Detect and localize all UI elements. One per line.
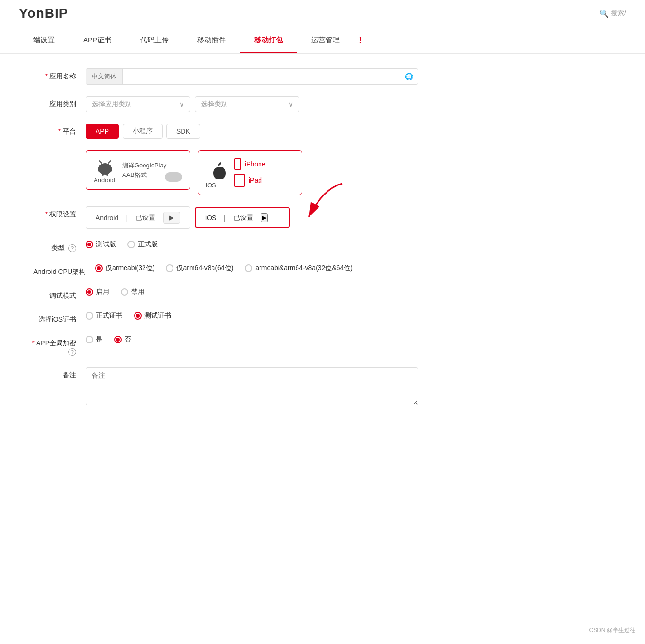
- cpu-radio-64bit-label: 仅arm64-v8a(64位): [176, 264, 233, 273]
- encrypt-radio-no-label: 否: [125, 335, 131, 344]
- cpu-radio-both[interactable]: armeabi&arm64-v8a(32位&64位): [245, 264, 353, 273]
- permission-label: 权限设置: [29, 206, 86, 219]
- ipad-icon: [234, 174, 245, 187]
- android-permission-box: Android | 已设置 ▶: [86, 206, 190, 229]
- platform-row: 平台 APP 小程序 SDK: [29, 124, 616, 195]
- ios-cert-radio-test-label: 测试证书: [144, 312, 171, 320]
- ios-cert-radio-group: 正式证书 测试证书: [86, 312, 171, 320]
- nav-item-yidongdabao[interactable]: 移动打包: [240, 28, 297, 52]
- type-radio-test-label: 测试版: [96, 240, 116, 249]
- ipad-label: iPad: [249, 176, 262, 184]
- debug-mode-content: 启用 禁用: [86, 288, 616, 296]
- encrypt-row: APP全局加密 ? 是 否: [29, 335, 616, 356]
- android-card-title: 编译GooglePlayAAB格式: [122, 161, 166, 179]
- ios-perm-label: iOS: [205, 214, 216, 222]
- android-toggle[interactable]: [165, 172, 182, 182]
- ios-card-platform: iOS: [206, 182, 216, 189]
- encrypt-radio-no[interactable]: 否: [114, 335, 131, 344]
- platform-btn-miniprogram[interactable]: 小程序: [123, 124, 163, 139]
- android-perm-button[interactable]: ▶: [163, 212, 180, 224]
- type-row: 类型 ? 测试版 正式版: [29, 240, 616, 253]
- cpu-radio-64bit-circle: [166, 264, 173, 272]
- svg-line-8: [108, 161, 111, 163]
- svg-rect-4: [106, 172, 108, 176]
- android-perm-set: 已设置: [135, 214, 155, 222]
- ios-cert-radio-test[interactable]: 测试证书: [134, 312, 171, 320]
- type-content: 测试版 正式版: [86, 240, 616, 249]
- nav-item-yunyingguanli[interactable]: 运营管理: [297, 28, 354, 52]
- iphone-option[interactable]: iPhone: [234, 158, 266, 170]
- type-help-icon[interactable]: ?: [68, 244, 76, 252]
- debug-mode-label: 调试模式: [29, 288, 86, 300]
- ios-cert-radio-official-label: 正式证书: [96, 312, 123, 320]
- type-radio-test[interactable]: 测试版: [86, 240, 116, 249]
- ios-options-list: iPhone iPad: [234, 158, 266, 187]
- nav-item-duanshezhi[interactable]: 端设置: [19, 28, 69, 52]
- encrypt-content: 是 否: [86, 335, 616, 344]
- cpu-radio-both-label: armeabi&arm64-v8a(32位&64位): [255, 264, 353, 273]
- debug-radio-enable[interactable]: 启用: [86, 288, 109, 296]
- header: YonBIP 🔍 搜索/: [0, 0, 645, 27]
- nav-exclaim[interactable]: !: [354, 27, 367, 53]
- main-content: 应用名称 中文简体 🌐 应用类别 选择应用类别 ∨ 选择类别 ∨ 平台: [0, 54, 645, 431]
- note-content: [86, 367, 616, 405]
- cpu-arch-content: 仅armeabi(32位) 仅arm64-v8a(64位) armeabi&ar…: [95, 264, 616, 273]
- app-name-content: 中文简体 🌐: [86, 68, 616, 85]
- ipad-option[interactable]: iPad: [234, 174, 266, 187]
- app-category-label: 应用类别: [29, 96, 86, 108]
- ios-platform-card: iPhone iPad iOS: [198, 150, 302, 195]
- cpu-radio-32bit-circle: [95, 264, 103, 272]
- app-name-label: 应用名称: [29, 68, 86, 81]
- nav-item-appzhengshu[interactable]: APP证书: [69, 28, 126, 52]
- iphone-icon: [234, 158, 241, 170]
- debug-radio-disable[interactable]: 禁用: [121, 288, 144, 296]
- svg-rect-3: [102, 172, 104, 176]
- nav-item-yidongchajian[interactable]: 移动插件: [183, 28, 240, 52]
- cpu-radio-both-circle: [245, 264, 252, 272]
- encrypt-radio-yes[interactable]: 是: [86, 335, 103, 344]
- type-radio-release-circle: [127, 241, 135, 248]
- category2-select[interactable]: 选择类别 ∨: [195, 96, 299, 112]
- app-name-wrapper: 中文简体 🌐: [86, 68, 418, 85]
- ios-cert-radio-test-circle: [134, 312, 142, 320]
- android-card-text: 编译GooglePlayAAB格式: [122, 161, 166, 179]
- debug-radio-enable-circle: [86, 288, 93, 296]
- app-category-row: 应用类别 选择应用类别 ∨ 选择类别 ∨: [29, 96, 616, 112]
- ios-cert-radio-official[interactable]: 正式证书: [86, 312, 123, 320]
- app-name-row: 应用名称 中文简体 🌐: [29, 68, 616, 85]
- svg-line-7: [99, 161, 102, 163]
- permission-row: 权限设置 Android | 已设置 ▶ iOS | 已设置 ▶: [29, 206, 616, 229]
- type-radio-release-label: 正式版: [138, 240, 158, 249]
- cpu-radio-64bit[interactable]: 仅arm64-v8a(64位): [166, 264, 233, 273]
- nav: 端设置 APP证书 代码上传 移动插件 移动打包 运营管理 !: [0, 27, 645, 54]
- note-row: 备注: [29, 367, 616, 405]
- encrypt-help-icon[interactable]: ?: [68, 348, 76, 356]
- ios-perm-button[interactable]: ▶: [261, 213, 268, 222]
- ios-cert-radio-official-circle: [86, 312, 93, 320]
- category1-select[interactable]: 选择应用类别 ∨: [86, 96, 190, 112]
- ios-card-options: iPhone iPad: [234, 158, 266, 187]
- encrypt-radio-no-circle: [114, 336, 122, 343]
- search-button[interactable]: 🔍 搜索/: [599, 9, 626, 18]
- encrypt-radio-group: 是 否: [86, 335, 131, 344]
- android-card-platform: Android: [94, 176, 115, 184]
- cpu-radio-32bit[interactable]: 仅armeabi(32位): [95, 264, 154, 273]
- ios-cert-content: 正式证书 测试证书: [86, 312, 616, 320]
- globe-icon[interactable]: 🌐: [400, 69, 418, 84]
- encrypt-radio-yes-circle: [86, 336, 93, 343]
- debug-radio-enable-label: 启用: [96, 288, 109, 296]
- debug-radio-disable-label: 禁用: [131, 288, 144, 296]
- type-label: 类型 ?: [29, 240, 86, 253]
- android-perm-label: Android: [96, 214, 118, 222]
- platform-btn-app[interactable]: APP: [86, 124, 119, 139]
- nav-item-daomashangchuan[interactable]: 代码上传: [126, 28, 183, 52]
- debug-radio-disable-circle: [121, 288, 128, 296]
- ios-perm-set: 已设置: [233, 214, 253, 222]
- note-textarea[interactable]: [86, 367, 418, 405]
- type-radio-release[interactable]: 正式版: [127, 240, 158, 249]
- search-icon: 🔍: [599, 9, 609, 18]
- app-name-input[interactable]: [123, 69, 400, 84]
- debug-mode-row: 调试模式 启用 禁用: [29, 288, 616, 300]
- search-label: 搜索/: [611, 9, 626, 18]
- platform-btn-sdk[interactable]: SDK: [166, 124, 200, 139]
